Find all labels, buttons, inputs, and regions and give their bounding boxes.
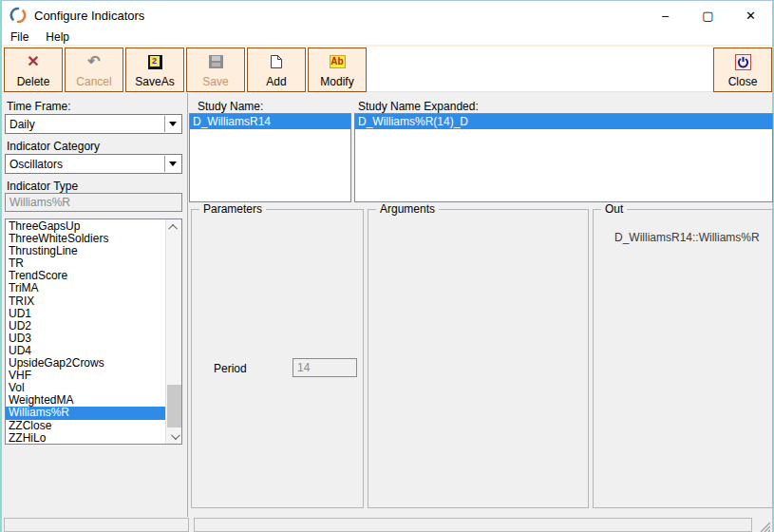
undo-arrow-icon: ↶	[87, 54, 100, 69]
save-as-button[interactable]: 2 SaveAs	[125, 48, 184, 92]
indicator-listbox[interactable]: ThreeGapsUpThreeWhiteSoldiersThrustingLi…	[5, 218, 182, 445]
list-item[interactable]: VHF	[6, 370, 165, 382]
out-value: D_WilliamsR14::Williams%R	[614, 231, 760, 244]
list-item[interactable]: TRIX	[6, 295, 165, 308]
scroll-down-icon[interactable]	[166, 428, 182, 444]
status-pane-right	[194, 518, 752, 532]
arguments-groupbox: Arguments	[368, 209, 589, 508]
modify-button-label: Modify	[320, 75, 353, 88]
parameters-groupbox: Parameters Period 14	[191, 209, 364, 508]
status-pane-left	[4, 518, 189, 532]
toolbar: ✕ Delete ↶ Cancel 2 SaveAs Save Add Ab	[2, 45, 772, 92]
delete-x-icon: ✕	[27, 54, 39, 69]
indicator-category-dropdown[interactable]: Oscillators	[5, 154, 182, 174]
modify-ab-icon: Ab	[330, 55, 346, 68]
list-item[interactable]: ZZHiLo	[6, 432, 165, 445]
menu-bar: File Help	[2, 29, 772, 45]
power-icon	[735, 54, 751, 70]
window-title: Configure Indicators	[34, 9, 144, 23]
resize-grip[interactable]	[759, 521, 770, 532]
period-value: 14	[297, 361, 310, 374]
indicator-type-value: Williams%R	[9, 196, 70, 209]
time-frame-label: Time Frame:	[7, 100, 71, 113]
status-bar	[2, 517, 772, 532]
study-name-list[interactable]: D_WilliamsR14	[189, 113, 351, 202]
period-label: Period	[214, 362, 247, 375]
panel-divider	[187, 93, 188, 517]
client-area: Time Frame: Daily Indicator Category Osc…	[2, 93, 772, 517]
out-groupbox: Out D_WilliamsR14::Williams%R	[593, 209, 773, 508]
time-frame-value: Daily	[9, 118, 35, 131]
scrollbar-thumb[interactable]	[167, 385, 181, 428]
title-bar: Configure Indicators – ▢ ✕	[2, 1, 772, 29]
parameters-title: Parameters	[199, 202, 266, 216]
delete-button[interactable]: ✕ Delete	[4, 48, 63, 92]
study-name-item[interactable]: D_WilliamsR14	[190, 114, 350, 129]
list-scrollbar[interactable]	[165, 219, 181, 444]
study-name-expanded-item[interactable]: D_Williams%R(14)_D	[355, 114, 772, 129]
save-disk-icon	[209, 55, 223, 68]
configure-indicators-window: Configure Indicators – ▢ ✕ File Help ✕ D…	[0, 0, 774, 532]
close-window-button[interactable]: ✕	[729, 1, 772, 29]
save-button-label: Save	[202, 75, 228, 88]
list-item[interactable]: Williams%R	[6, 407, 165, 419]
indicator-category-label: Indicator Category	[7, 140, 100, 153]
time-frame-dropdown[interactable]: Daily	[5, 114, 182, 134]
cancel-button[interactable]: ↶ Cancel	[65, 48, 123, 92]
indicator-type-label: Indicator Type	[7, 180, 78, 193]
close-button[interactable]: Close	[713, 48, 772, 92]
chevron-down-icon[interactable]	[164, 116, 180, 132]
add-button[interactable]: Add	[247, 48, 306, 92]
study-name-label: Study Name:	[198, 100, 263, 113]
list-item[interactable]: UD2	[6, 320, 165, 332]
scroll-up-icon[interactable]	[166, 219, 182, 235]
list-item[interactable]: ZZClose	[6, 420, 165, 432]
cancel-button-label: Cancel	[76, 75, 111, 88]
menu-help[interactable]: Help	[37, 30, 78, 44]
arguments-title: Arguments	[376, 202, 439, 216]
list-item[interactable]: UD1	[6, 308, 165, 320]
delete-button-label: Delete	[17, 75, 50, 88]
menu-file[interactable]: File	[2, 30, 37, 44]
save-as-disk-icon: 2	[148, 55, 162, 69]
maximize-button[interactable]: ▢	[687, 1, 729, 29]
chevron-down-icon[interactable]	[164, 156, 180, 172]
list-item[interactable]: UD3	[6, 332, 165, 345]
add-button-label: Add	[266, 75, 286, 88]
save-as-button-label: SaveAs	[135, 75, 174, 88]
indicator-category-value: Oscillators	[9, 158, 63, 171]
list-item[interactable]: ThrustingLine	[6, 245, 165, 257]
new-page-icon	[270, 54, 283, 69]
save-button[interactable]: Save	[186, 48, 245, 92]
period-field: 14	[293, 358, 357, 377]
modify-button[interactable]: Ab Modify	[308, 48, 367, 92]
study-name-expanded-label: Study Name Expanded:	[358, 100, 479, 113]
indicator-list: ThreeGapsUpThreeWhiteSoldiersThrustingLi…	[6, 219, 165, 444]
indicator-type-field: Williams%R	[5, 193, 182, 212]
study-name-expanded-list[interactable]: D_Williams%R(14)_D	[354, 113, 773, 202]
out-title: Out	[601, 202, 627, 216]
close-button-label: Close	[728, 75, 758, 88]
app-logo-icon	[9, 7, 27, 24]
list-item[interactable]: TriMA	[6, 282, 165, 294]
minimize-button[interactable]: –	[644, 1, 687, 29]
